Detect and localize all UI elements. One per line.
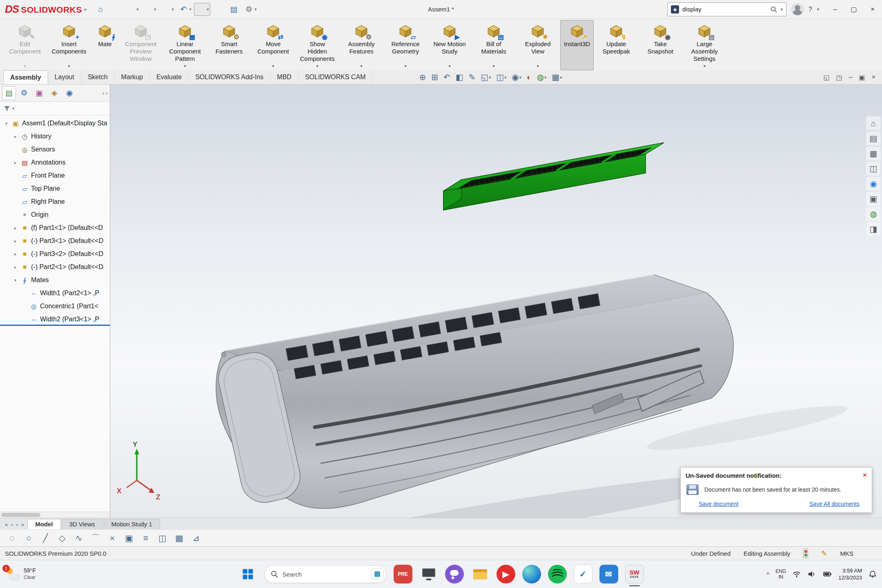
tree-item-width2[interactable]: ⇔ Width2 (Part3<1> ,P xyxy=(0,313,110,326)
section-view-button[interactable]: ◧ xyxy=(454,72,465,82)
premiere-app[interactable]: PRE xyxy=(394,565,412,584)
solidworks-app[interactable]: SW 2020 xyxy=(625,565,644,584)
cascade-windows-button[interactable]: ◳ xyxy=(836,74,842,81)
dropdown-caret-icon[interactable]: ▾ xyxy=(68,63,70,69)
start-button[interactable] xyxy=(238,565,257,584)
minimize-button[interactable]: – xyxy=(826,0,844,18)
chat-app[interactable] xyxy=(445,565,464,584)
tab-mbd[interactable]: MBD xyxy=(270,70,298,84)
open-button[interactable]: ▾ xyxy=(124,3,140,16)
mail-app[interactable]: ✉ xyxy=(599,565,618,584)
tab-3d-views[interactable]: 3D Views xyxy=(62,519,103,529)
display-style-button[interactable]: ◫ ▾ xyxy=(494,72,508,82)
line-tool[interactable]: ╱ xyxy=(38,531,52,545)
tab-assembly[interactable]: Assembly xyxy=(3,70,48,84)
dropdown-caret-icon[interactable]: ▾ xyxy=(448,63,450,69)
undo-button[interactable]: ↶ ▾ xyxy=(176,3,193,16)
options-button[interactable]: ⚙ ▾ xyxy=(242,3,258,16)
convert-entities-tool[interactable]: ▣ xyxy=(122,531,136,545)
dropdown-caret-icon[interactable]: ▾ xyxy=(154,7,156,11)
tree-item-part3-2[interactable]: ▸ ■ (-) Part3<2> (Default<<D xyxy=(0,247,110,261)
trim-entities-tool[interactable]: × xyxy=(105,531,119,545)
panel-tabs-scroll-left-icon[interactable]: ‹ xyxy=(102,90,105,96)
dropdown-caret-icon[interactable]: ▾ xyxy=(207,7,209,11)
apply-scene-button[interactable]: ◍ ▾ xyxy=(535,72,548,82)
configurationmanager-tab[interactable]: ▣ xyxy=(32,86,46,100)
smart-fasteners-button[interactable]: ⚙ Smart Fasteners xyxy=(207,20,251,70)
ac-unit-body[interactable] xyxy=(214,275,733,509)
edit-component-button[interactable]: ✎ Edit Component ▾ xyxy=(3,20,47,70)
dropdown-caret-icon[interactable]: ▾ xyxy=(560,75,562,80)
large-assembly-settings-button[interactable]: ▤ Large Assembly Settings ▾ xyxy=(683,20,726,70)
appearances-scenes[interactable]: ◉ xyxy=(866,177,881,191)
dropdown-caret-icon[interactable]: ▾ xyxy=(189,7,191,11)
tree-item-origin[interactable]: ⌖ Origin xyxy=(0,208,110,221)
view-settings-button[interactable]: ▦ ▾ xyxy=(550,72,564,82)
tree-item-top-plane[interactable]: ▱ Top Plane xyxy=(0,182,110,195)
print-button[interactable]: ▾ xyxy=(159,3,175,16)
dropdown-caret-icon[interactable]: ▾ xyxy=(519,75,521,80)
next-tab-button[interactable]: › xyxy=(15,521,20,528)
doc-minimize-button[interactable]: – xyxy=(849,74,853,81)
selection-filter-button[interactable] xyxy=(212,3,225,16)
todo-app[interactable]: ✓ xyxy=(574,565,592,584)
insert-components-button[interactable]: + Insert Components ▾ xyxy=(47,20,91,70)
linear-pattern-tool[interactable]: ▦ xyxy=(172,531,186,545)
filter-funnel-icon[interactable] xyxy=(4,106,10,111)
monitor-app[interactable] xyxy=(419,565,438,584)
tree-root-assem1[interactable]: ▾ ▣ Assem1 (Default<Display Sta xyxy=(0,117,110,130)
tree-item-history[interactable]: ▸ ◷ History xyxy=(0,130,110,143)
dropdown-caret-icon[interactable]: ▾ xyxy=(254,7,256,11)
tree-expander-icon[interactable]: ▸ xyxy=(12,238,18,244)
tab-sketch[interactable]: Sketch xyxy=(81,70,115,84)
dropdown-caret-icon[interactable]: ▾ xyxy=(489,75,491,80)
tree-item-width1[interactable]: ⇔ Width1 (Part2<1> ,P xyxy=(0,287,110,300)
polygon-tool[interactable]: ◇ xyxy=(55,531,69,545)
solidworks-forum[interactable]: ◍ xyxy=(866,207,881,221)
component-preview-window-button[interactable]: ◳ Component Preview Window xyxy=(119,20,163,70)
wifi-icon[interactable] xyxy=(792,570,801,579)
file-explorer-app[interactable] xyxy=(471,565,490,584)
linear-component-pattern-button[interactable]: ▦ Linear Component Pattern ▾ xyxy=(163,20,207,70)
instant3d-button[interactable]: ↗ Instant3D xyxy=(560,20,594,70)
reference-geometry-button[interactable]: ▱ Reference Geometry ▾ xyxy=(384,20,427,70)
save-button[interactable]: ▾ xyxy=(141,3,158,16)
maximize-button[interactable]: ▢ xyxy=(844,0,863,18)
tab-solidworks-cam[interactable]: SOLIDWORKS CAM xyxy=(298,70,372,84)
exploded-view-button[interactable]: ✳ Exploded View ▾ xyxy=(516,20,559,70)
graphics-viewport[interactable]: Y Z X ⌂▤▦◫◉▣◍◨ Un-Saved document notific… xyxy=(110,85,882,518)
search-scope-icon[interactable]: ◈ xyxy=(671,5,679,13)
tab-solidworks-add-ins[interactable]: SOLIDWORKS Add-Ins xyxy=(189,70,270,84)
dropdown-caret-icon[interactable]: ▾ xyxy=(404,63,406,69)
dropdown-caret-icon[interactable]: ▾ xyxy=(184,63,186,69)
command-search-box[interactable]: ◈ ▾ xyxy=(667,2,786,16)
displaymanager-tab[interactable]: ◉ xyxy=(62,86,76,100)
file-explorer-pane[interactable]: ▦ xyxy=(866,147,881,160)
volume-icon[interactable] xyxy=(807,570,816,579)
view-orientation-button[interactable]: ◱ ▾ xyxy=(479,72,492,82)
edit-appearance-button[interactable]: ◐ xyxy=(525,72,533,82)
doc-close-button[interactable]: × xyxy=(872,74,875,81)
dropdown-caret-icon[interactable]: ▾ xyxy=(272,63,274,69)
arc-tool[interactable]: ⌒ xyxy=(89,531,102,545)
assembly-features-button[interactable]: ⚙ Assembly Features ▾ xyxy=(340,20,383,70)
language-indicator[interactable]: ENG IN xyxy=(775,568,786,580)
dropdown-caret-icon[interactable]: ▾ xyxy=(504,75,506,80)
tree-item-concentric1[interactable]: ◎ Concentric1 (Part1< xyxy=(0,300,110,313)
tab-evaluate[interactable]: Evaluate xyxy=(150,70,189,84)
weather-widget[interactable]: 1 59°F Clear xyxy=(5,567,36,581)
mirror-entities-tool[interactable]: ◫ xyxy=(156,531,169,545)
smart-dimension-tool[interactable]: ⊿ xyxy=(189,531,203,545)
youtube-music-app[interactable]: ▶ xyxy=(497,565,515,584)
tree-horizontal-scrollbar[interactable] xyxy=(0,512,110,518)
dropdown-caret-icon[interactable]: ▾ xyxy=(704,63,706,69)
rebuild-alert-icon[interactable]: ✎ xyxy=(821,549,827,558)
propertymanager-tab[interactable]: ⚙ xyxy=(17,86,31,100)
tree-item-part1[interactable]: ▸ ■ (f) Part1<1> (Default<<D xyxy=(0,221,110,234)
tree-expander-icon[interactable]: ▸ xyxy=(12,160,18,165)
search-icon[interactable] xyxy=(770,6,777,13)
tab-markup[interactable]: Markup xyxy=(115,70,150,84)
design-checker-button[interactable]: ▤ xyxy=(227,3,241,16)
take-snapshot-button[interactable]: ◉ Take Snapshot xyxy=(639,20,682,70)
dropdown-caret-icon[interactable]: ▾ xyxy=(544,75,546,80)
